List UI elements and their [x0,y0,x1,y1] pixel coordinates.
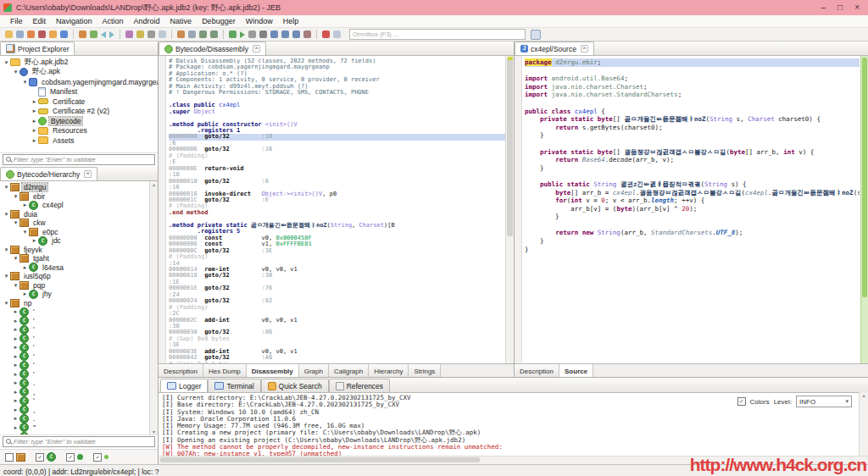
expander-icon[interactable]: ▸ [12,326,19,333]
code-line[interactable]: .class public cx4epl [169,102,505,108]
tree-item-fjeyvk[interactable]: ▾fjeyvk [0,246,158,255]
code-line[interactable]: 00000000 goto/32 :10 [169,134,505,140]
disassembly-scrollbar[interactable] [505,56,514,363]
expander-icon[interactable]: ▸ [31,137,38,144]
tab-bytecode-hierarchy[interactable]: Bytecode/Hierarchy × [0,167,97,180]
tree-item-ebir[interactable]: ▾ebir [0,192,158,202]
tree-item-apk-jdb2[interactable]: ▾野心.apk.jdb2 [0,58,158,68]
tree-item-jhy[interactable]: ▸Cjhy [0,290,158,299]
filter-toggle-pkg[interactable] [5,453,28,462]
code-line[interactable]: # (Padding) [169,254,505,260]
expander-icon[interactable]: ▸ [31,98,38,105]
debug-resume-icon[interactable] [240,31,245,38]
tree-item-item[interactable]: ▸C' [0,335,158,344]
code-line[interactable]: arr_b[v] = (byte)(arr_b[v] ^ 20); [525,205,860,213]
menu-navigation[interactable]: Navigation [51,17,97,25]
expander-icon[interactable]: ▾ [12,282,19,289]
tree-item-tgaht[interactable]: ▾tgaht [0,254,158,263]
tree-item-manifest[interactable]: Manifest [0,87,158,97]
expander-icon[interactable]: ▸ [31,118,38,125]
run-script-icon[interactable] [38,30,46,38]
step-over-icon[interactable] [270,30,278,38]
tab-terminal[interactable]: Terminal [208,379,260,392]
code-line[interactable]: private static byte[] 궏움졍걍ㅂ걶곬걕갭ㅅㅁ볼강ㅅㅁ길(b… [525,148,860,157]
tree-item-item[interactable]: ▸C' [0,352,158,362]
expander-icon[interactable]: ▾ [21,79,29,86]
menu-debugger[interactable]: Debugger [197,17,241,25]
expander-icon[interactable]: ▾ [12,255,19,262]
expander-icon[interactable]: ▾ [12,69,19,75]
code-line[interactable]: 00000010 goto/32 :6 [169,179,505,185]
gears-icon[interactable] [188,30,196,38]
expander-icon[interactable]: ▸ [12,407,19,413]
code-line[interactable] [525,140,860,148]
hierarchy-filter-input[interactable] [3,436,155,447]
checkbox-icon[interactable]: ✓ [93,453,102,462]
tree-item-np[interactable]: ▾np [0,299,158,308]
code-line[interactable]: 00000018 goto/32 :30 [169,273,505,279]
expander-icon[interactable]: ▸ [31,237,38,244]
tree-item-ckw[interactable]: ▾ckw [0,219,158,228]
tree-item-duia[interactable]: ▾duia [0,210,158,219]
tab-logger[interactable]: Logger [160,379,208,392]
code-line[interactable]: # (Padding) [169,305,505,311]
filter-toggle-class[interactable]: ✓C [36,452,58,462]
disassembly-editor[interactable]: # Dalvik Disassembly (52 classes, 2022 m… [159,56,514,363]
menu-edit[interactable]: Edit [28,17,52,25]
apk-package-icon[interactable] [177,30,185,38]
tab-quick-search[interactable]: Quick Search [261,379,329,392]
tree-item-item[interactable]: ▸C' [0,325,158,335]
expander-icon[interactable]: ▸ [12,353,19,360]
colors-checkbox[interactable]: ✓ [737,397,746,406]
tab-hierarchy[interactable]: Hierarchy [369,364,409,377]
tree-item-e0pc[interactable]: ▾e0pc [0,228,158,237]
code-line[interactable]: public static String 궯귄z긴ㅄ궰ㅒ몹짇적ㅁ궋궦(Strin… [525,180,860,189]
tree-item-item[interactable]: ▸C' [0,396,158,406]
code-line[interactable]: return new String(arr_b, StandardCharset… [525,229,860,237]
checkbox-icon[interactable]: ✓ [66,453,75,462]
open-file-icon[interactable] [5,30,13,38]
close-icon[interactable]: × [84,170,92,178]
tab-references[interactable]: References [329,379,390,392]
tree-item-item[interactable]: ▸C. [0,379,158,388]
tree-item-iusl5q6p[interactable]: ▾iusl5q6p [0,272,158,281]
quick-launch-icon[interactable] [322,30,330,38]
expander-icon[interactable]: ▸ [31,108,38,114]
tree-item-pqp[interactable]: ▾pqp [0,281,158,291]
code-line[interactable]: import android.util.Base64; [525,75,860,83]
tree-item-certificate[interactable]: ▸Certificate [0,97,158,107]
tree-item-resources[interactable]: ▸Resources [0,126,158,136]
jump-to-address-icon[interactable] [79,30,86,38]
tools-icon[interactable] [27,30,35,38]
code-line[interactable] [525,172,860,180]
code-line[interactable] [525,67,860,75]
code-line[interactable]: import java.nio.charset.Charset; [525,83,860,91]
jump-back-icon[interactable] [90,30,97,38]
tab-project-explorer[interactable]: Project Explorer [0,42,75,55]
code-line[interactable]: # (Gap) 0x8 bytes [169,336,505,342]
code-line[interactable]: # (Padding) [169,153,505,159]
tab-graph[interactable]: Graph [299,364,329,377]
code-line[interactable]: # (Padding) [169,203,505,209]
code-line[interactable]: private static byte[] 곮ㅁ개울긴ㅄ둆문젪뙈ㅑnoZ(Str… [525,115,860,124]
alerts-icon[interactable] [49,30,57,38]
code-line[interactable]: 0000000E return-void [169,166,505,172]
menu-help[interactable]: Help [278,17,304,25]
code-line[interactable]: } [525,237,860,246]
code-line[interactable]: return Base64.decode(arr_b, v); [525,156,860,164]
expander-icon[interactable]: ▾ [3,246,10,253]
tree-item-bytecode[interactable]: ▸Bytecode [0,116,158,126]
expander-icon[interactable]: ▾ [3,211,10,218]
close-button[interactable]: × [854,1,860,14]
code-line[interactable]: } [525,246,860,254]
code-line[interactable]: byte[] arr_b = cx4epl.궏움졍걍ㅂ걶곬걕갭ㅅㅁ볼강ㅅㅁ길(c… [525,189,860,197]
nav-back-icon[interactable] [101,31,106,38]
level-select[interactable]: INFO ▾ [796,396,852,407]
tree-item-item[interactable]: ▸C, [0,406,158,415]
expander-icon[interactable]: ▸ [12,371,19,378]
tab-strings[interactable]: Strings [409,364,441,377]
menu-android[interactable]: Android [129,17,165,25]
code-line[interactable]: for(int v = 0; v < arr_b.length; ++v) { [525,196,860,205]
step-into-icon[interactable] [281,30,289,38]
checkbox-icon[interactable] [5,453,14,462]
